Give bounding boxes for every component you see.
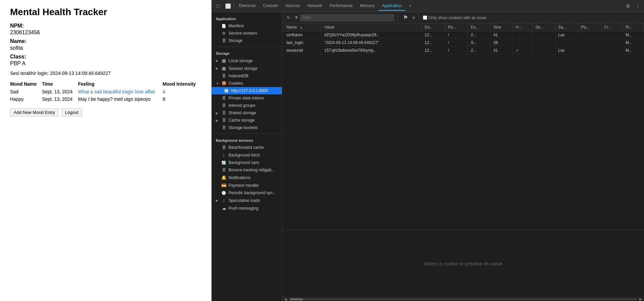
sidebar-item-cache-storage[interactable]: ▶ 🗄 Cache storage (212, 117, 282, 124)
filter-clear-btn[interactable]: ⚑ (401, 14, 410, 22)
sidebar-item-payment-handler[interactable]: 💳 Payment handler (212, 181, 282, 189)
col-header-sameparty[interactable]: Pa... (578, 24, 601, 31)
settings-icon[interactable]: ⚙ (623, 1, 633, 11)
cookie-cell: 157ujhi3bdwoot5oi765ryrdy... (321, 47, 422, 54)
tab-application[interactable]: Application (379, 1, 405, 11)
table-row[interactable]: csrftokendZQ6zXYwZD09pRuyawjx28...12.../… (282, 31, 644, 39)
cookie-cell (555, 39, 578, 47)
sidebar-item-manifest[interactable]: 📄 Manifest (212, 22, 282, 30)
more-options-icon[interactable]: ⋮ (633, 1, 643, 11)
local-storage-toggle[interactable]: ▶ (216, 59, 219, 62)
col-header-domain[interactable]: Do... (422, 24, 445, 31)
col-header-secure[interactable]: Se... (532, 24, 555, 31)
sidebar-item-back-forward[interactable]: 🗄 Back/forward cache (212, 144, 282, 151)
col-header-size[interactable]: Size (491, 24, 513, 31)
push-messaging-icon: ☁ (221, 206, 227, 211)
filter-input[interactable] (300, 14, 394, 21)
col-header-path[interactable]: Pa... (445, 24, 468, 31)
cookie-cell (513, 31, 532, 39)
sidebar-item-bg-fetch[interactable]: ↕ Background fetch (212, 151, 282, 159)
preview-text: Select a cookie to preview its value (424, 261, 502, 266)
tab-memory[interactable]: Memory (357, 1, 378, 11)
session-storage-toggle[interactable]: ▶ (216, 67, 219, 70)
tab-sources[interactable]: Sources (282, 1, 303, 11)
storage-buckets-icon: 🗄 (221, 126, 227, 130)
show-issues-filter[interactable]: Only show cookies with an issue (423, 15, 487, 20)
cookies-table-body: csrftokendZQ6zXYwZD09pRuyawjx28...12.../… (282, 31, 644, 54)
session-storage-icon: ▦ (221, 66, 227, 71)
periodic-bg-sync-icon: 🕐 (221, 191, 227, 195)
interest-groups-icon: 🗄 (221, 103, 227, 108)
mood-feeling-link[interactable]: What a sad beautiful tragic love affair (78, 89, 155, 94)
section-bg-services-title: Background services (212, 136, 282, 144)
tab-console[interactable]: Console (260, 1, 281, 11)
sidebar-item-shared-storage-label: Shared storage (229, 111, 256, 115)
sidebar-item-bounce-tracking[interactable]: 🗄 Bounce tracking mitigati... (212, 166, 282, 174)
sidebar-item-cookies-url[interactable]: 🔄 http://127.0.0.1:8000 (212, 87, 282, 94)
col-header-value[interactable]: Value (321, 24, 422, 31)
tab-network[interactable]: Network (304, 1, 326, 11)
sidebar-item-storage-buckets[interactable]: 🗄 Storage buckets (212, 124, 282, 131)
hscroll-track[interactable] (290, 298, 637, 300)
sidebar-item-interest-groups-label: Interest groups (229, 103, 255, 108)
horizontal-scrollbar[interactable]: ◀ ▶ (282, 297, 644, 301)
col-feeling: Feeling (78, 80, 162, 88)
cookie-cell: 12... (422, 47, 445, 54)
filter-separator (397, 15, 398, 21)
mood-feeling-cell[interactable]: What a sad beautiful tragic love affair (78, 88, 162, 95)
col-header-httponly[interactable]: H... (513, 24, 532, 31)
col-header-expires[interactable]: Ex... (468, 24, 491, 31)
table-row[interactable]: last_login"2024-09-13 14:09:49.649227"12… (282, 39, 644, 47)
sidebar-item-session-storage[interactable]: ▶ ▦ Session storage (212, 64, 282, 72)
show-issues-checkbox[interactable] (423, 15, 427, 20)
bounce-tracking-icon: 🗄 (221, 168, 227, 172)
sidebar-item-shared-storage[interactable]: ▶ 🗄 Shared storage (212, 109, 282, 117)
hscroll-right-btn[interactable]: ▶ (638, 297, 643, 301)
tab-more[interactable]: » (406, 1, 415, 11)
sidebar-item-interest-groups[interactable]: 🗄 Interest groups (212, 102, 282, 109)
sidebar-item-push-messaging[interactable]: ☁ Push messaging (212, 204, 282, 212)
sidebar-item-indexeddb[interactable]: 🗄 IndexedDB (212, 72, 282, 80)
cookie-cell (601, 31, 623, 39)
col-header-cross[interactable]: Cr... (601, 24, 623, 31)
sidebar-item-private-state[interactable]: 🗄 Private state tokens (212, 94, 282, 102)
sidebar-item-notifications[interactable]: 🔔 Notifications (212, 174, 282, 181)
filter-bar: ↻ ⚗ ⚑ ✕ Only show cookies with an issue (282, 12, 644, 24)
sidebar-item-cookies[interactable]: ▼ 🍪 Cookies (212, 80, 282, 87)
payment-handler-icon: 💳 (221, 183, 227, 188)
logout-button[interactable]: Logout (61, 108, 82, 117)
cookie-cell: Lax (555, 47, 578, 54)
cookie-cell (578, 47, 601, 54)
devtools-device-icon[interactable]: ⬜ (223, 1, 233, 11)
add-mood-button[interactable]: Add New Mood Entry (10, 108, 59, 117)
sidebar-item-storage-main[interactable]: 🗄 Storage (212, 37, 282, 44)
cookies-toggle[interactable]: ▼ (216, 82, 219, 85)
tab-elements[interactable]: Elements (236, 1, 259, 11)
col-header-name[interactable]: Name ▲ (282, 24, 321, 31)
cookie-cell: dZQ6zXYwZD09pRuyawjx28... (321, 31, 422, 39)
private-state-icon: 🗄 (221, 96, 227, 100)
sidebar-item-service-workers[interactable]: ⚙ Service workers (212, 30, 282, 37)
sidebar-item-bg-sync[interactable]: 🔄 Background sync (212, 159, 282, 166)
col-header-priority[interactable]: Pr... (623, 24, 644, 31)
cookie-cell: / (445, 39, 468, 47)
filter-icon: ⚗ (294, 15, 298, 20)
speculative-loads-toggle[interactable]: ▶ (216, 199, 219, 202)
cookie-cell (513, 39, 532, 47)
sidebar-item-bg-sync-label: Background sync (229, 160, 259, 165)
cookie-cell: M... (623, 39, 644, 47)
sidebar-item-speculative-loads[interactable]: ▶ ↕ Speculative loads (212, 197, 282, 204)
cache-storage-toggle[interactable]: ▶ (216, 119, 219, 122)
tab-performance[interactable]: Performance (326, 1, 356, 11)
col-header-samesite[interactable]: Sa... (555, 24, 578, 31)
sidebar-item-periodic-bg-sync[interactable]: 🕐 Periodic background syn... (212, 189, 282, 197)
table-row[interactable]: sessionid157ujhi3bdwoot5oi765ryrdy...12.… (282, 47, 644, 54)
devtools-picker-icon[interactable]: ⬡ (213, 1, 222, 11)
shared-storage-toggle[interactable]: ▶ (216, 111, 219, 115)
refresh-button[interactable]: ↻ (285, 15, 292, 21)
app-title: Mental Health Tracker (10, 7, 201, 17)
filter-close-icon[interactable]: ✕ (412, 15, 416, 20)
cookie-cell: 12... (422, 31, 445, 39)
hscroll-left-btn[interactable]: ◀ (283, 297, 288, 301)
sidebar-item-local-storage[interactable]: ▶ ▦ Local storage (212, 57, 282, 64)
